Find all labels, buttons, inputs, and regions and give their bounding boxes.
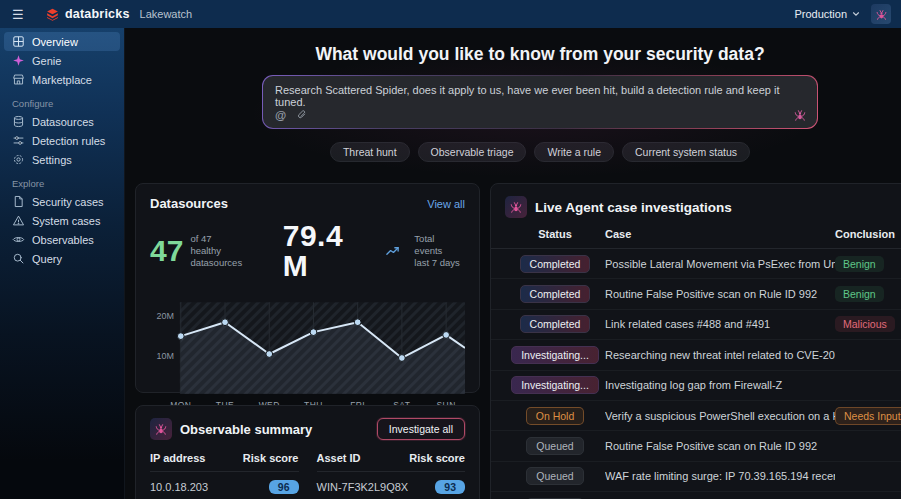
sidebar-item-datasources[interactable]: Datasources bbox=[4, 112, 120, 131]
datasources-card: Datasources View all 47 of 47 healthy da… bbox=[135, 183, 480, 393]
case-title: Possible Lateral Movement via PsExec fro… bbox=[605, 258, 835, 270]
case-title: WAF rate limiting surge: IP 70.39.165.19… bbox=[605, 470, 835, 482]
warning-triangle-icon bbox=[12, 214, 25, 227]
risk-score-badge: 96 bbox=[269, 480, 299, 494]
sidebar-item-label: Query bbox=[32, 253, 62, 265]
sidebar-item-detection-rules[interactable]: Detection rules bbox=[4, 131, 120, 150]
status-badge: Investigating... bbox=[511, 346, 599, 364]
total-events-value: 79.4 M bbox=[283, 221, 378, 281]
table-row[interactable]: CompletedPossible Lateral Movement via P… bbox=[491, 249, 901, 279]
chip-write-a-rule[interactable]: Write a rule bbox=[534, 142, 614, 162]
chip-threat-hunt[interactable]: Threat hunt bbox=[330, 142, 410, 162]
main-content: What would you like to know from your se… bbox=[125, 28, 901, 499]
trend-up-icon bbox=[385, 244, 400, 259]
ip-rows: 10.0.18.20396 bbox=[150, 472, 299, 499]
observable-summary-card: Observable summary Investigate all IP ad… bbox=[135, 405, 480, 499]
observable-summary-title: Observable summary bbox=[180, 422, 312, 437]
sidebar-item-label: Detection rules bbox=[32, 135, 105, 147]
sidebar-item-observables[interactable]: Observables bbox=[4, 230, 120, 249]
conclusion-badge: Malicious bbox=[835, 316, 895, 332]
healthy-caption: of 47 healthy datasources bbox=[190, 233, 244, 269]
conclusion-badge: Benign bbox=[835, 286, 884, 302]
sidebar-item-system-cases[interactable]: System cases bbox=[4, 211, 120, 230]
sidebar-item-label: Marketplace bbox=[32, 74, 92, 86]
table-row[interactable]: QueuedWAF rate limiting surge: IP 70.39.… bbox=[491, 462, 901, 492]
mention-icon[interactable]: @ bbox=[275, 109, 286, 121]
ip-col-header: IP address bbox=[150, 452, 205, 464]
sidebar-item-settings[interactable]: Settings bbox=[4, 150, 120, 169]
app-name: Lakewatch bbox=[140, 8, 193, 20]
sidebar-item-label: Datasources bbox=[32, 116, 94, 128]
table-row[interactable]: QueuedMulti-technique threat campaign: 2… bbox=[491, 492, 901, 499]
lakewatch-agent-button[interactable] bbox=[871, 4, 891, 24]
sidebar-item-label: System cases bbox=[32, 215, 100, 227]
conclusion-badge: Benign bbox=[835, 256, 884, 272]
spider-icon-tile bbox=[150, 418, 172, 440]
sidebar-section-label: Explore bbox=[12, 178, 124, 189]
databricks-brand[interactable]: databricks bbox=[46, 7, 130, 21]
table-row[interactable]: On HoldVerify a suspicious PowerShell ex… bbox=[491, 401, 901, 431]
environment-label: Production bbox=[794, 8, 847, 20]
live-investigations-title: Live Agent case investigations bbox=[535, 200, 732, 215]
investigate-all-button[interactable]: Investigate all bbox=[377, 418, 465, 440]
sidebar-item-security-cases[interactable]: Security cases bbox=[4, 192, 120, 211]
suggestion-chips: Threat huntObservable triageWrite a rule… bbox=[262, 142, 818, 162]
investigations-table: Status Case Conclusion CompletedPossible… bbox=[491, 228, 901, 499]
document-icon bbox=[12, 195, 25, 208]
svg-text:20M: 20M bbox=[156, 311, 173, 321]
attachment-icon[interactable] bbox=[296, 109, 308, 121]
sidebar-item-label: Settings bbox=[32, 154, 72, 166]
prompt-value: Research Scattered Spider, does it apply… bbox=[275, 84, 805, 108]
sidebar-item-marketplace[interactable]: Marketplace bbox=[4, 70, 120, 89]
conclusion-col-header: Conclusion bbox=[835, 228, 901, 240]
datasources-title: Datasources bbox=[150, 196, 228, 211]
case-title: Verify a suspicious PowerShell execution… bbox=[605, 410, 835, 422]
investigations-rows: CompletedPossible Lateral Movement via P… bbox=[491, 249, 901, 499]
hamburger-menu-icon[interactable]: ☰ bbox=[12, 7, 34, 22]
table-row[interactable]: Investigating...Investigating log gap fr… bbox=[491, 371, 901, 401]
database-icon bbox=[12, 115, 25, 128]
environment-selector[interactable]: Production bbox=[794, 8, 861, 20]
case-title: Routine False Positive scan on Rule ID 9… bbox=[605, 440, 835, 452]
healthy-count: 47 bbox=[150, 236, 183, 266]
ip-table: IP address Risk score 10.0.18.20396 bbox=[150, 452, 299, 499]
chip-observable-triage[interactable]: Observable triage bbox=[418, 142, 527, 162]
table-row[interactable]: Investigating...Researching new threat i… bbox=[491, 340, 901, 370]
table-row[interactable]: QueuedRoutine False Positive scan on Rul… bbox=[491, 431, 901, 461]
case-title: Researching new threat intel related to … bbox=[605, 349, 835, 361]
spider-icon bbox=[875, 8, 888, 21]
sidebar-item-genie[interactable]: Genie bbox=[4, 51, 120, 70]
chevron-down-icon bbox=[851, 9, 861, 19]
send-spider-icon[interactable] bbox=[793, 108, 807, 122]
sliders-icon bbox=[12, 134, 25, 147]
case-title: Link related cases #488 and #491 bbox=[605, 318, 835, 330]
status-badge: Investigating... bbox=[511, 376, 599, 394]
chip-current-system-status[interactable]: Current system status bbox=[622, 142, 750, 162]
status-badge: Queued bbox=[526, 437, 583, 455]
sidebar-item-label: Genie bbox=[32, 55, 61, 67]
sidebar-item-label: Security cases bbox=[32, 196, 104, 208]
prompt-input[interactable]: Research Scattered Spider, does it apply… bbox=[263, 76, 817, 128]
sidebar-item-query[interactable]: Query bbox=[4, 249, 120, 268]
status-badge: Queued bbox=[526, 467, 583, 485]
table-row[interactable]: CompletedLink related cases #488 and #49… bbox=[491, 310, 901, 340]
table-row[interactable]: 10.0.18.20396 bbox=[150, 472, 299, 499]
conclusion-badge: Needs Input bbox=[835, 407, 901, 425]
sidebar-item-overview[interactable]: Overview bbox=[4, 32, 120, 51]
sidebar-item-label: Overview bbox=[32, 36, 78, 48]
live-investigations-card: Live Agent case investigations Status Ca… bbox=[490, 183, 901, 499]
risk-score-col-header: Risk score bbox=[243, 452, 299, 464]
topbar: ☰ databricks Lakewatch Production bbox=[0, 0, 901, 28]
brand-name: databricks bbox=[65, 7, 130, 21]
genie-sparkle-icon bbox=[12, 54, 25, 67]
table-row[interactable]: CompletedRoutine False Positive scan on … bbox=[491, 279, 901, 309]
asset-rows: WIN-7F3K2L9Q8X93 bbox=[317, 472, 466, 499]
events-chart: 20M10MMONTUEWEDTHUFRISATSUN bbox=[150, 293, 465, 419]
risk-score-col-header: Risk score bbox=[409, 452, 465, 464]
asset-table: Asset ID Risk score WIN-7F3K2L9Q8X93 bbox=[317, 452, 466, 499]
status-col-header: Status bbox=[505, 228, 605, 240]
spider-icon-tile bbox=[505, 196, 527, 218]
databricks-logo-icon bbox=[46, 8, 59, 21]
table-row[interactable]: WIN-7F3K2L9Q8X93 bbox=[317, 472, 466, 499]
view-all-link[interactable]: View all bbox=[427, 198, 465, 210]
